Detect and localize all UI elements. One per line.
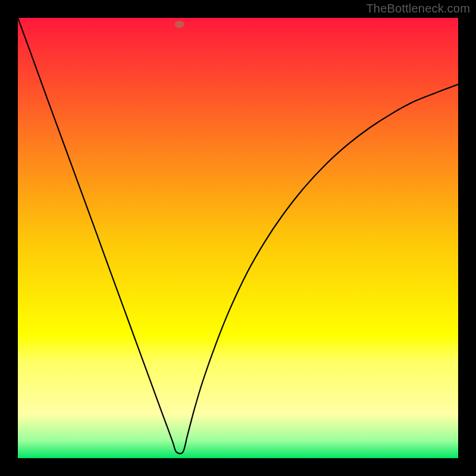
plot-area [18, 18, 458, 458]
plot-svg [18, 18, 458, 458]
optimum-marker [175, 21, 184, 28]
watermark-text: TheBottleneck.com [366, 2, 470, 15]
gradient-background [18, 18, 458, 458]
chart-frame: TheBottleneck.com [0, 0, 476, 476]
